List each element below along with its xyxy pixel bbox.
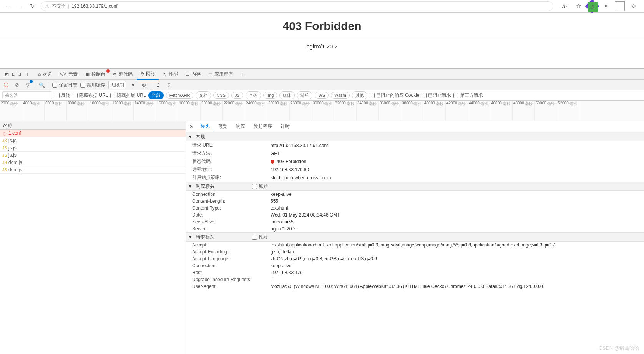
clear-button[interactable]: ⊘ (13, 81, 21, 89)
request-name: dom.js (8, 160, 22, 165)
invert-checkbox[interactable]: 反转 (55, 92, 70, 99)
timeline-tick: 52000 毫秒 (557, 101, 579, 121)
referrer-policy-value: strict-origin-when-cross-origin (271, 175, 644, 180)
filter-toggle-button[interactable]: ▽ (24, 81, 32, 89)
details-panel: ✕ 标头 预览 响应 发起程序 计时 常规 请求 URL:http://192.… (186, 121, 644, 354)
filter-img[interactable]: Img (263, 92, 277, 99)
request-row[interactable]: JSjs.js (0, 137, 186, 144)
filter-ws[interactable]: WS (315, 92, 329, 99)
request-name: dom.js (8, 167, 22, 172)
timeline-tick: 34000 毫秒 (357, 101, 379, 121)
section-request-headers[interactable]: 请求标头 原始 (186, 232, 644, 242)
name-column-header[interactable]: 名称 (0, 121, 186, 130)
memory-icon: ⊡ (186, 71, 189, 77)
tab-application[interactable]: ▭应用程序 (205, 69, 236, 80)
filter-fetch-xhr[interactable]: Fetch/XHR (166, 92, 194, 99)
tab-memory[interactable]: ⊡内存 (182, 69, 204, 80)
extensions-icon[interactable]: ✧ (601, 1, 611, 11)
record-button[interactable] (2, 81, 10, 89)
throttle-dropdown-icon[interactable]: ▾ (129, 81, 137, 89)
more-tabs-button[interactable]: + (237, 69, 248, 79)
back-button[interactable]: ← (2, 1, 13, 12)
disable-cache-checkbox[interactable]: 禁用缓存 (80, 82, 105, 88)
preserve-log-checkbox[interactable]: 保留日志 (52, 82, 77, 88)
tab-preview[interactable]: 预览 (214, 121, 231, 132)
tab-response[interactable]: 响应 (232, 121, 249, 132)
timeline-tick: 32000 毫秒 (334, 101, 357, 121)
forward-button[interactable]: → (15, 1, 25, 12)
raw-response-checkbox[interactable]: 原始 (252, 183, 268, 190)
header-key: Content-Type: (192, 205, 271, 211)
filter-other[interactable]: 其他 (352, 91, 367, 99)
search-button[interactable]: 🔍 (38, 81, 46, 89)
read-aloud-icon[interactable]: A» (559, 1, 569, 11)
raw-request-checkbox[interactable]: 原始 (252, 234, 268, 240)
header-key: Host: (192, 270, 271, 275)
filter-css[interactable]: CSS (213, 92, 229, 99)
request-row[interactable]: ▯1.conf (0, 130, 186, 137)
filter-media[interactable]: 媒体 (279, 91, 295, 99)
filter-doc[interactable]: 文档 (196, 91, 211, 99)
section-response-headers[interactable]: 响应标头 原始 (186, 182, 644, 191)
header-row: Keep-Alive:timeout=65 (186, 218, 644, 225)
tab-performance[interactable]: ∿性能 (159, 69, 181, 80)
tab-sources[interactable]: ✲源代码 (110, 69, 136, 80)
filter-manifest[interactable]: 清单 (297, 91, 312, 99)
close-details-button[interactable]: ✕ (188, 122, 196, 131)
filter-all[interactable]: 全部 (148, 91, 164, 99)
header-row: Content-Length:555 (186, 198, 644, 205)
tab-console[interactable]: ▣控制台 (82, 69, 109, 80)
request-url-value: http://192.168.33.179/1.conf (271, 143, 644, 148)
timeline-overview[interactable]: 2000 毫秒4000 毫秒6000 毫秒8000 毫秒10000 毫秒1200… (0, 101, 644, 121)
upload-har-button[interactable]: ↥ (154, 81, 162, 89)
filter-font[interactable]: 字体 (246, 91, 261, 99)
inspect-element-icon[interactable]: ◩ (2, 70, 11, 78)
request-row[interactable]: JSdom.js (0, 159, 186, 166)
timeline-tick: 14000 毫秒 (134, 101, 156, 121)
split-screen-icon[interactable] (615, 1, 625, 11)
js-file-icon: JS (2, 153, 7, 157)
network-toolbar: ⊘ ▽ 🔍 保留日志 禁用缓存 无限制 ▾ ⊚ ↥ ↧ (0, 80, 644, 90)
download-har-button[interactable]: ↧ (165, 81, 173, 89)
header-value: text/html,application/xhtml+xml,applicat… (271, 242, 644, 248)
tab-headers[interactable]: 标头 (197, 121, 214, 132)
tab-timing[interactable]: 计时 (277, 121, 294, 132)
third-party-checkbox[interactable]: 第三方请求 (453, 92, 483, 99)
timeline-tick: 2000 毫秒 (0, 101, 22, 121)
tab-elements[interactable]: </>元素 (56, 69, 81, 80)
timeline-tick: 48000 毫秒 (513, 101, 535, 121)
favorite-icon[interactable]: ☆ (573, 1, 583, 11)
timeline-tick: 4000 毫秒 (22, 101, 45, 121)
address-bar[interactable]: ⚠ 不安全 | 192.168.33.179/1.conf (41, 1, 553, 11)
devtools-tabs: ◩ ⫍⫎ ▯ ⌂欢迎 </>元素 ▣控制台 ✲源代码 ⊚网络 ∿性能 ⊡内存 ▭… (0, 69, 644, 80)
throttle-select[interactable]: 无限制 (108, 81, 126, 89)
filter-wasm[interactable]: Wasm (331, 92, 350, 99)
hide-data-url-checkbox[interactable]: 隐藏数据 URL (73, 92, 108, 99)
request-row[interactable]: JSjs.js (0, 144, 186, 152)
request-row[interactable]: JSjs.js (0, 152, 186, 159)
device-toggle-icon[interactable]: ⫍⫎ (12, 70, 21, 78)
tab-welcome[interactable]: ⌂欢迎 (35, 69, 55, 80)
status-dot-icon (271, 160, 274, 164)
filter-js[interactable]: JS (231, 92, 243, 99)
wifi-icon[interactable]: ⊚ (140, 81, 148, 89)
extension-icon[interactable]: 2 (587, 1, 597, 11)
request-name: js.js (8, 145, 17, 151)
blocked-cookie-checkbox[interactable]: 已阻止的响应 Cookie (370, 92, 420, 99)
code-icon: </> (60, 71, 66, 77)
collections-icon[interactable]: ✩ (629, 1, 639, 11)
blocked-req-checkbox[interactable]: 已阻止请求 (422, 92, 451, 99)
section-general[interactable]: 常规 (186, 132, 644, 141)
refresh-button[interactable]: ↻ (27, 1, 38, 12)
tab-initiator[interactable]: 发起程序 (250, 121, 276, 132)
request-row[interactable]: JSdom.js (0, 166, 186, 174)
filter-input[interactable] (2, 91, 52, 99)
timeline-tick: 40000 毫秒 (423, 101, 446, 121)
panel-layout-icon[interactable]: ▯ (22, 70, 31, 78)
header-row: Content-Type:text/html (186, 205, 644, 212)
header-key: Content-Length: (192, 199, 271, 204)
tab-network[interactable]: ⊚网络 (137, 68, 159, 80)
timeline-tick: 28000 毫秒 (290, 101, 312, 121)
hide-ext-url-checkbox[interactable]: 隐藏扩展 URL (110, 92, 146, 99)
header-value: gzip, deflate (271, 249, 644, 255)
